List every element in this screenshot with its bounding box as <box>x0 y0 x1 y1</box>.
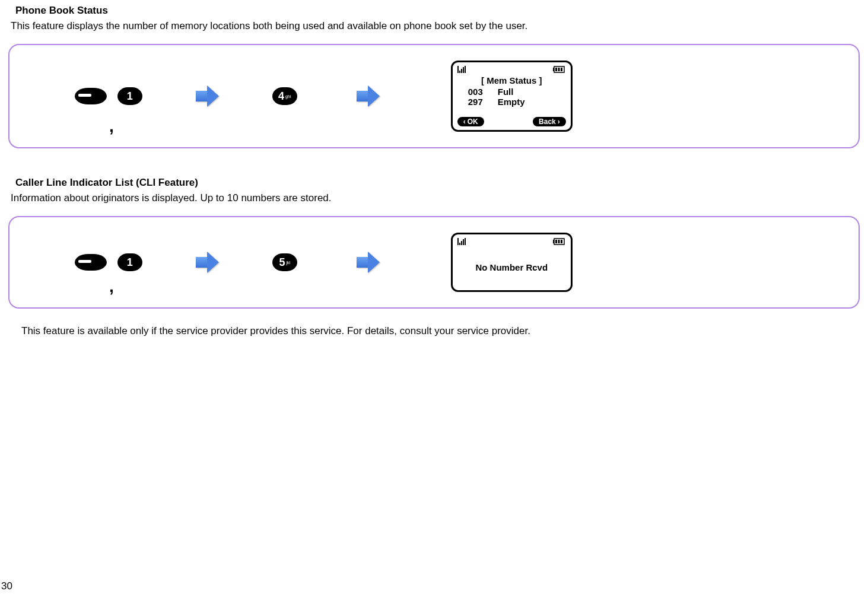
svg-rect-8 <box>558 240 559 243</box>
keypad-1-icon: 1 <box>117 87 142 105</box>
phone-lcd-screen: [ Mem Status ] 003 Full 297 Empty ‹ OK B… <box>451 61 573 132</box>
keypad-5-sublabel: jkl <box>286 261 290 265</box>
svg-rect-7 <box>555 240 557 243</box>
lcd-back-softkey: Back › <box>533 117 566 126</box>
soft-key-icon <box>75 254 107 271</box>
svg-rect-9 <box>561 240 562 243</box>
instruction-panel-cli: , 1 5 jkl No Number Rcvd <box>8 216 860 309</box>
signal-icon <box>457 237 468 247</box>
svg-rect-1 <box>553 68 554 71</box>
separator-comma: , <box>109 281 114 292</box>
keypad-4-label: 4 <box>278 90 284 103</box>
lcd-full-label: Full <box>498 87 514 97</box>
lcd-ok-softkey: ‹ OK <box>457 117 484 126</box>
arrow-right-icon <box>357 85 380 107</box>
signal-icon <box>457 65 468 75</box>
lcd-back-label: Back <box>539 118 556 126</box>
arrow-right-icon <box>357 252 380 273</box>
lcd-full-count: 003 <box>468 87 489 97</box>
keypad-5-label: 5 <box>279 256 285 269</box>
arrow-right-icon <box>196 252 219 273</box>
lcd-title: [ Mem Status ] <box>457 75 566 85</box>
svg-rect-2 <box>555 68 557 71</box>
chevron-right-icon: › <box>558 118 560 126</box>
keypad-5-icon: 5 jkl <box>272 253 297 271</box>
keypad-4-sublabel: ghi <box>285 94 291 99</box>
phone-lcd-screen: No Number Rcvd <box>451 233 573 292</box>
page-number: 30 <box>1 580 12 592</box>
section-desc-phonebook: This feature displays the number of memo… <box>11 20 868 32</box>
arrow-right-icon <box>196 85 219 107</box>
lcd-message: No Number Rcvd <box>457 246 566 288</box>
separator-comma: , <box>109 121 114 132</box>
chevron-left-icon: ‹ <box>463 118 466 126</box>
lcd-empty-count: 297 <box>468 97 489 107</box>
svg-rect-3 <box>558 68 559 71</box>
lcd-row-full: 003 Full <box>457 87 566 97</box>
battery-icon <box>553 238 566 246</box>
svg-rect-4 <box>561 68 562 71</box>
instruction-panel-phonebook: , 1 4 ghi [ Mem Status ] 003 Full <box>8 44 860 148</box>
keypad-1-icon: 1 <box>117 253 142 271</box>
lcd-row-empty: 297 Empty <box>457 97 566 107</box>
lcd-ok-label: OK <box>468 118 478 126</box>
section-title-phonebook: Phone Book Status <box>15 5 868 17</box>
battery-icon <box>553 66 566 74</box>
soft-key-icon <box>75 88 107 104</box>
keypad-4-icon: 4 ghi <box>272 87 297 105</box>
footnote-text: This feature is available only if the se… <box>21 325 868 337</box>
lcd-empty-label: Empty <box>498 97 525 107</box>
keypad-1-label: 1 <box>127 90 133 103</box>
section-title-cli: Caller Line Indicator List (CLI Feature) <box>15 177 868 189</box>
section-desc-cli: Information about originators is display… <box>11 192 868 204</box>
svg-rect-6 <box>553 240 554 243</box>
keypad-1-label: 1 <box>127 256 133 269</box>
